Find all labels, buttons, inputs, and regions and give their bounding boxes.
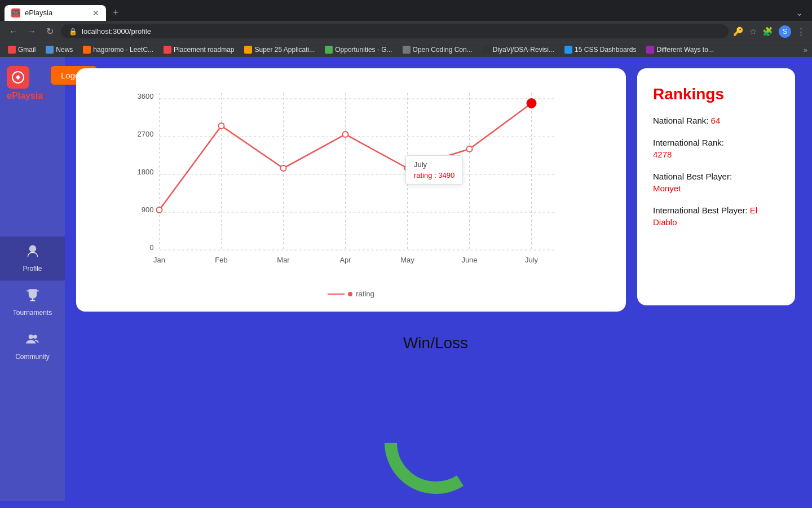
svg-text:0: 0 — [149, 243, 153, 252]
app-container: ePlaysia Logout Profile — [0, 57, 812, 501]
logo-text: ePlaysia — [7, 91, 43, 101]
chart-container: .grid-line { stroke: #ccc; stroke-width:… — [90, 82, 612, 285]
bookmarks-more-button[interactable]: » — [804, 46, 807, 54]
super25-favicon — [244, 46, 252, 54]
national-rank-label: National Rank: — [653, 116, 708, 125]
bookmark-news-label: News — [56, 46, 73, 54]
bookmark-css-dashboards-label: 15 CSS Dashboards — [575, 46, 636, 54]
bookmark-opencoding[interactable]: Open Coding Con... — [399, 45, 476, 55]
back-button[interactable]: ← — [7, 25, 20, 38]
bookmark-diyavj[interactable]: DiyaVj/DSA-Revisi... — [479, 45, 558, 55]
svg-point-28 — [157, 207, 162, 213]
profile-icon — [25, 244, 40, 262]
tab-title: ePlaysia — [25, 8, 52, 17]
international-rank-value: 4278 — [653, 150, 672, 159]
bookmark-hagoromo-label: hagoromo - LeetC... — [93, 46, 153, 54]
lock-icon: 🔒 — [69, 28, 77, 36]
chart-legend: rating — [90, 290, 612, 298]
legend-line-icon — [328, 294, 345, 295]
rating-chart: .grid-line { stroke: #ccc; stroke-width:… — [90, 82, 612, 274]
hagoromo-favicon — [83, 46, 91, 54]
winloss-chart — [379, 364, 492, 443]
international-rank-row: International Rank: 4278 — [653, 137, 779, 160]
international-rank-label: International Rank: — [653, 138, 724, 147]
bookmark-placement-label: Placement roadmap — [174, 46, 234, 54]
svg-text:May: May — [400, 256, 414, 264]
chart-card: .grid-line { stroke: #ccc; stroke-width:… — [76, 68, 626, 312]
browser-chrome: 🎮 ePlaysia ✕ + ⌄ ← → ↻ 🔒 localhost:3000/… — [0, 0, 812, 57]
news-favicon — [46, 46, 54, 54]
css-dashboards-favicon — [564, 46, 572, 54]
diyavj-favicon — [483, 46, 491, 54]
svg-text:July: July — [525, 256, 539, 264]
international-best-label: International Best Player: — [653, 205, 748, 215]
tab-favicon: 🎮 — [11, 8, 20, 17]
sidebar-item-profile[interactable]: Profile — [0, 237, 65, 281]
svg-point-1 — [16, 76, 20, 79]
svg-point-3 — [33, 335, 36, 338]
bookmark-star-icon[interactable]: ☆ — [749, 27, 757, 37]
bookmark-gmail[interactable]: Gmail — [5, 45, 39, 55]
tab-bar: 🎮 ePlaysia ✕ + ⌄ — [0, 0, 812, 21]
svg-text:June: June — [461, 256, 477, 264]
tab-expand-button[interactable]: ⌄ — [796, 7, 807, 18]
bookmark-opencoding-label: Open Coding Con... — [413, 46, 473, 54]
bookmark-opportunities[interactable]: Opportunities - G... — [321, 45, 395, 55]
legend-dot-icon — [348, 292, 352, 296]
rankings-card: Rankings National Rank: 64 International… — [637, 68, 795, 305]
bookmark-different-ways-label: Different Ways to... — [656, 46, 713, 54]
community-icon — [25, 332, 40, 351]
bookmark-super25[interactable]: Super 25 Applicati... — [241, 45, 318, 55]
forward-button[interactable]: → — [25, 25, 38, 38]
bookmark-placement[interactable]: Placement roadmap — [160, 45, 237, 55]
bookmark-opportunities-label: Opportunities - G... — [335, 46, 392, 54]
active-tab[interactable]: 🎮 ePlaysia ✕ — [5, 5, 106, 21]
svg-text:3600: 3600 — [138, 92, 154, 100]
gmail-favicon — [8, 46, 16, 54]
extensions-icon[interactable]: 🧩 — [762, 27, 773, 37]
chart-tooltip: July rating : 3490 — [405, 155, 463, 185]
international-best-row: International Best Player: El Diablo — [653, 204, 779, 228]
address-bar[interactable]: 🔒 localhost:3000/profile — [61, 24, 729, 38]
new-tab-button[interactable]: + — [108, 5, 123, 21]
bookmark-news[interactable]: News — [42, 45, 76, 55]
bookmark-gmail-label: Gmail — [18, 46, 36, 54]
national-rank-value: 64 — [711, 116, 721, 125]
svg-point-2 — [29, 335, 33, 339]
svg-point-30 — [281, 165, 286, 171]
svg-point-35 — [391, 397, 481, 488]
browser-controls: ← → ↻ 🔒 localhost:3000/profile 🔑 ☆ 🧩 S ⋮ — [0, 21, 812, 42]
top-row: .grid-line { stroke: #ccc; stroke-width:… — [76, 68, 795, 312]
svg-text:1800: 1800 — [138, 168, 154, 176]
svg-text:900: 900 — [142, 205, 154, 214]
svg-text:Jan: Jan — [153, 256, 165, 264]
sidebar-item-community-label: Community — [15, 353, 50, 361]
key-icon[interactable]: 🔑 — [733, 27, 744, 37]
tooltip-month: July — [414, 160, 454, 169]
bookmark-css-dashboards[interactable]: 15 CSS Dashboards — [561, 45, 639, 55]
reload-button[interactable]: ↻ — [43, 25, 56, 38]
tooltip-rating: rating : 3490 — [414, 171, 454, 179]
menu-icon[interactable]: ⋮ — [797, 27, 805, 37]
svg-text:2700: 2700 — [138, 130, 154, 138]
national-best-value: Monyet — [653, 183, 681, 193]
sidebar-item-tournaments-label: Tournaments — [13, 309, 52, 317]
svg-point-33 — [467, 146, 473, 152]
profile-icon[interactable]: S — [779, 25, 791, 38]
sidebar-item-community[interactable]: Community — [0, 325, 65, 369]
rankings-title: Rankings — [653, 85, 779, 103]
logo-icon — [7, 66, 29, 89]
svg-point-31 — [343, 132, 348, 137]
sidebar-item-tournaments[interactable]: Tournaments — [0, 281, 65, 325]
bookmark-hagoromo[interactable]: hagoromo - LeetC... — [80, 45, 157, 55]
legend-label: rating — [356, 290, 374, 298]
url-text: localhost:3000/profile — [82, 27, 151, 36]
bookmarks-bar: Gmail News hagoromo - LeetC... Placement… — [0, 42, 812, 57]
sidebar-item-profile-label: Profile — [23, 265, 42, 273]
sidebar-nav: Profile Tournaments — [0, 237, 65, 369]
svg-point-29 — [219, 123, 224, 129]
bookmark-different-ways[interactable]: Different Ways to... — [643, 45, 717, 55]
opencoding-favicon — [403, 46, 411, 54]
national-best-label: National Best Player: — [653, 172, 732, 181]
tab-close-button[interactable]: ✕ — [92, 8, 99, 17]
